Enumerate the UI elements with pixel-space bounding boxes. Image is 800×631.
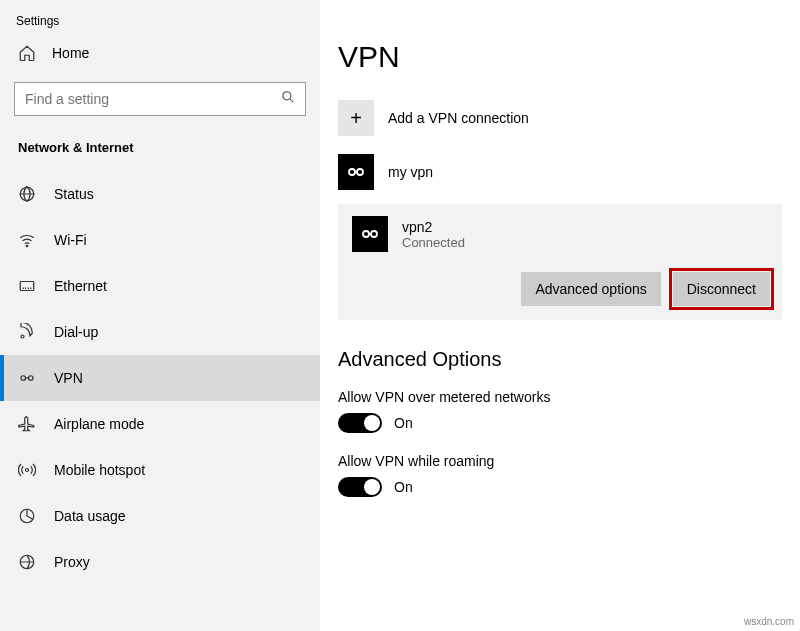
vpn-button-row: Advanced options Disconnect (352, 272, 770, 306)
disconnect-button[interactable]: Disconnect (673, 272, 770, 306)
sidebar-item-status[interactable]: Status (0, 171, 320, 217)
vpn-connection-status: Connected (402, 235, 465, 250)
svg-point-11 (349, 169, 355, 175)
svg-point-8 (26, 469, 29, 472)
sidebar-item-proxy[interactable]: Proxy (0, 539, 320, 585)
vpn-connection-text: vpn2 Connected (402, 219, 465, 250)
sidebar-item-label: VPN (54, 370, 83, 386)
vpn-connection-icon (352, 216, 388, 252)
toggle-row-roaming: On (338, 477, 782, 497)
home-nav[interactable]: Home (0, 32, 320, 74)
sidebar-item-label: Mobile hotspot (54, 462, 145, 478)
advanced-options-button[interactable]: Advanced options (521, 272, 660, 306)
section-label: Network & Internet (0, 116, 320, 171)
wifi-icon (18, 231, 36, 249)
search-wrap (14, 82, 306, 116)
watermark: wsxdn.com (744, 616, 794, 627)
advanced-options-title: Advanced Options (338, 348, 782, 371)
svg-point-13 (363, 231, 369, 237)
vpn-connection-card-selected: vpn2 Connected Advanced options Disconne… (338, 204, 782, 320)
sidebar-item-datausage[interactable]: Data usage (0, 493, 320, 539)
sidebar-item-label: Dial-up (54, 324, 98, 340)
datausage-icon (18, 507, 36, 525)
svg-point-0 (283, 92, 291, 100)
vpn-connection-row[interactable]: my vpn (338, 154, 782, 190)
add-vpn-label: Add a VPN connection (388, 110, 529, 126)
dialup-icon (18, 323, 36, 341)
svg-point-3 (26, 245, 28, 247)
svg-point-6 (21, 376, 26, 381)
ethernet-icon (18, 277, 36, 295)
sidebar-item-label: Wi-Fi (54, 232, 87, 248)
sidebar-item-label: Proxy (54, 554, 90, 570)
vpn-icon (18, 369, 36, 387)
sidebar-item-wifi[interactable]: Wi-Fi (0, 217, 320, 263)
hotspot-icon (18, 461, 36, 479)
home-label: Home (52, 45, 89, 61)
sidebar-item-ethernet[interactable]: Ethernet (0, 263, 320, 309)
search-icon (281, 90, 295, 108)
toggle-metered[interactable] (338, 413, 382, 433)
toggle-state: On (394, 479, 413, 495)
plus-icon: + (338, 100, 374, 136)
option-label: Allow VPN while roaming (338, 453, 782, 469)
vpn-connection-row[interactable]: vpn2 Connected (352, 216, 770, 252)
sidebar-item-vpn[interactable]: VPN (0, 355, 320, 401)
vpn-connection-name: my vpn (388, 164, 433, 180)
sidebar-item-dialup[interactable]: Dial-up (0, 309, 320, 355)
add-vpn-row[interactable]: + Add a VPN connection (338, 100, 782, 136)
home-icon (18, 44, 36, 62)
page-title: VPN (338, 40, 782, 74)
status-icon (18, 185, 36, 203)
svg-line-1 (290, 99, 294, 103)
svg-point-7 (29, 376, 34, 381)
vpn-connection-name: vpn2 (402, 219, 465, 235)
window-title: Settings (0, 10, 320, 32)
sidebar-item-label: Data usage (54, 508, 126, 524)
svg-point-12 (357, 169, 363, 175)
toggle-state: On (394, 415, 413, 431)
option-label: Allow VPN over metered networks (338, 389, 782, 405)
svg-point-5 (21, 335, 24, 338)
sidebar-item-label: Status (54, 186, 94, 202)
search-input[interactable] (25, 91, 281, 107)
sidebar: Settings Home Network & Internet Status … (0, 0, 320, 631)
toggle-row-metered: On (338, 413, 782, 433)
sidebar-item-hotspot[interactable]: Mobile hotspot (0, 447, 320, 493)
sidebar-item-label: Airplane mode (54, 416, 144, 432)
sidebar-item-airplane[interactable]: Airplane mode (0, 401, 320, 447)
svg-rect-4 (20, 282, 34, 291)
airplane-icon (18, 415, 36, 433)
vpn-connection-icon (338, 154, 374, 190)
main-content: VPN + Add a VPN connection my vpn vpn2 C… (320, 0, 800, 631)
search-box[interactable] (14, 82, 306, 116)
svg-point-14 (371, 231, 377, 237)
toggle-roaming[interactable] (338, 477, 382, 497)
nav-list: Status Wi-Fi Ethernet Dial-up VPN Airpla… (0, 171, 320, 585)
proxy-icon (18, 553, 36, 571)
sidebar-item-label: Ethernet (54, 278, 107, 294)
